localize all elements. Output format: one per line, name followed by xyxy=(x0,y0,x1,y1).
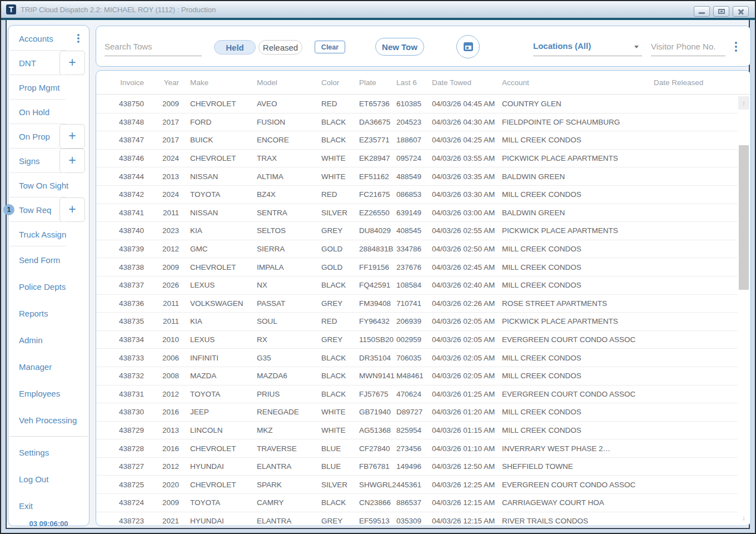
cell-make: TOYOTA xyxy=(179,190,257,199)
sidebar-item-reports[interactable]: Reports xyxy=(8,300,89,327)
add-button[interactable]: + xyxy=(59,149,85,173)
cell-model: NX xyxy=(257,281,321,289)
table-row[interactable]: 4387322008MAZDAMAZDA6BLACKMWN9141M484610… xyxy=(96,367,738,385)
sidebar-item-prop-mgmt[interactable]: Prop Mgmt xyxy=(8,75,89,100)
visitor-phone-input[interactable] xyxy=(651,37,725,56)
vertical-scrollbar[interactable]: ↑ ↓ xyxy=(738,95,750,525)
table-row[interactable]: 4387252020CHEVROLETSPARKSILVERSHWGRL2445… xyxy=(96,476,738,494)
sidebar-item-send-form[interactable]: Send Form xyxy=(8,246,89,273)
kebab-icon[interactable] xyxy=(77,37,79,39)
maximize-button[interactable] xyxy=(713,6,729,17)
tows-table: InvoiceYearMakeModelColorPlateLast 6Date… xyxy=(96,70,751,526)
table-row[interactable]: 4387462024CHEVROLETTRAXWHITEEK2894709572… xyxy=(96,150,738,168)
cell-model: ENCORE xyxy=(257,136,321,144)
table-row[interactable]: 4387282016CHEVROLETTRAVERSEBLUECF2784027… xyxy=(96,439,738,458)
sidebar-item-accounts[interactable]: Accounts xyxy=(8,26,89,51)
cell-model: MKZ xyxy=(257,426,321,434)
cell-model: ELANTRA xyxy=(257,517,321,525)
table-row[interactable]: 4387472017BUICKENCOREBLACKEZ357711886070… xyxy=(96,131,738,150)
add-button[interactable]: + xyxy=(59,51,85,75)
table-row[interactable]: 4387272012HYUNDAIELANTRABLUEFB7678114949… xyxy=(96,458,738,476)
add-button[interactable]: + xyxy=(59,124,85,149)
cell-plate: FY96432 xyxy=(359,317,396,325)
table-row[interactable]: 4387442013NISSANALTIMAWHITEEF51162488549… xyxy=(96,167,738,186)
table-row[interactable]: 4387382009CHEVROLETIMPALAGOLDFF191562376… xyxy=(96,258,738,276)
table-row[interactable]: 4387352011KIASOULREDFY9643220693904/03/2… xyxy=(96,313,738,331)
cell-plate: EZ35771 xyxy=(359,136,396,144)
table-row[interactable]: 4387482017FORDFUSIONBLACKDA3667520452304… xyxy=(96,113,738,132)
sidebar-item-tow-on-sight[interactable]: Tow On Sight xyxy=(8,173,89,197)
sidebar-item-on-hold[interactable]: On Hold xyxy=(8,100,89,124)
cell-last-6: 710741 xyxy=(396,299,432,308)
cell-plate: AG51368 xyxy=(359,426,396,434)
table-row[interactable]: 4387242009TOYOTACAMRYBLACKCN238668865370… xyxy=(96,494,738,512)
released-filter-toggle[interactable]: Released xyxy=(258,40,302,55)
close-button[interactable] xyxy=(733,6,749,17)
sidebar-item-tow-req[interactable]: Tow Req+1 xyxy=(8,197,89,222)
sidebar-item-veh-processing[interactable]: Veh Processing xyxy=(8,407,89,433)
cell-model: MAZDA6 xyxy=(257,372,321,380)
toolbar-kebab-menu[interactable] xyxy=(735,46,737,48)
cell-account: ROSE STREET APARTMENTS xyxy=(502,299,651,308)
sidebar-item-exit[interactable]: Exit xyxy=(8,492,89,519)
column-header-make: Make xyxy=(179,78,257,87)
close-icon xyxy=(738,8,744,15)
cell-make: MAZDA xyxy=(179,372,257,380)
table-row[interactable]: 4387292013LINCOLNMKZWHITEAG5136882595404… xyxy=(96,422,738,440)
table-row[interactable]: 4387332006INFINITIG35BLACKDR351047060350… xyxy=(96,349,738,367)
sidebar-item-truck-assign[interactable]: Truck Assign xyxy=(8,222,89,246)
cell-plate: DU84029 xyxy=(359,226,396,235)
sidebar-item-police-depts[interactable]: Police Depts xyxy=(8,273,89,300)
cell-plate: FC21675 xyxy=(359,190,396,199)
table-row[interactable]: 4387372026LEXUSNXBLACKFQ4259110858404/03… xyxy=(96,276,738,295)
sidebar-item-label: Signs xyxy=(19,156,40,166)
scrollbar-thumb[interactable] xyxy=(739,145,749,290)
cell-last-6: 886537 xyxy=(396,498,432,507)
sidebar-item-dnt[interactable]: DNT+ xyxy=(8,51,89,75)
table-row[interactable]: 4387302016JEEPRENEGADEWHITEGB71940D89727… xyxy=(96,403,738,422)
cell-invoice: 438736 xyxy=(112,299,144,308)
table-row[interactable]: 4387402023KIASELTOSGREYDU8402940854504/0… xyxy=(96,222,738,240)
sidebar-item-log-out[interactable]: Log Out xyxy=(8,466,89,492)
sidebar-item-on-prop[interactable]: On Prop+ xyxy=(8,124,89,149)
table-row[interactable]: 4387422024TOYOTABZ4XREDFC2167508685304/0… xyxy=(96,186,738,204)
table-row[interactable]: 4387392012GMCSIERRAGOLD2884831B33478604/… xyxy=(96,240,738,259)
search-input[interactable] xyxy=(105,37,202,56)
locations-dropdown[interactable]: Locations (All) xyxy=(533,37,642,56)
cell-make: HYUNDAI xyxy=(179,517,257,525)
table-row[interactable]: 4387502009CHEVROLETAVEOREDET657366103850… xyxy=(96,95,738,113)
sidebar-item-signs[interactable]: Signs+ xyxy=(8,149,89,173)
minimize-button[interactable] xyxy=(694,6,710,17)
table-row[interactable]: 4387412011NISSANSENTRASILVEREZ2655063914… xyxy=(96,204,738,222)
table-row[interactable]: 4387362011VOLKSWAGENPASSATGREYFM39408710… xyxy=(96,295,738,313)
clear-button[interactable]: Clear xyxy=(315,41,345,53)
cell-model: CAMRY xyxy=(257,498,321,507)
table-row[interactable]: 4387232021HYUNDAIELANTRAGREYEF5951303530… xyxy=(96,512,738,525)
cell-color: RED xyxy=(321,190,359,199)
cell-make: CHEVROLET xyxy=(179,154,257,162)
cell-make: JEEP xyxy=(179,408,257,416)
held-filter-toggle[interactable]: Held xyxy=(214,40,256,55)
table-body: 4387502009CHEVROLETAVEOREDET657366103850… xyxy=(96,95,738,525)
cell-invoice: 438739 xyxy=(112,245,144,253)
add-button[interactable]: + xyxy=(59,197,85,222)
sidebar-item-label: Tow Req xyxy=(19,205,51,215)
cell-date-towed: 04/03/26 12:50 AM xyxy=(432,462,502,471)
cell-account: PICKWICK PLACE APARTMENTS xyxy=(502,226,651,235)
calendar-button[interactable] xyxy=(456,35,480,58)
scroll-down-button[interactable]: ↓ xyxy=(738,512,749,523)
cell-account: MILL CREEK CONDOS xyxy=(502,263,651,271)
cell-invoice: 438740 xyxy=(112,226,144,235)
cell-plate: DA36675 xyxy=(359,118,396,126)
cell-make: NISSAN xyxy=(179,209,257,217)
sidebar-item-employees[interactable]: Employees xyxy=(8,380,89,407)
table-row[interactable]: 4387312012TOYOTAPRIUSBLACKFJ576754706240… xyxy=(96,385,738,404)
cell-year: 2017 xyxy=(144,136,179,144)
scroll-up-button[interactable]: ↑ xyxy=(738,96,749,110)
sidebar-item-manager[interactable]: Manager xyxy=(8,353,89,380)
sidebar-item-admin[interactable]: Admin xyxy=(8,327,89,353)
cell-year: 2013 xyxy=(144,172,179,181)
new-tow-button[interactable]: New Tow xyxy=(375,38,424,56)
sidebar-item-settings[interactable]: Settings xyxy=(8,439,89,466)
table-row[interactable]: 4387342010LEXUSRXGREY1150SB2000295904/03… xyxy=(96,331,738,349)
